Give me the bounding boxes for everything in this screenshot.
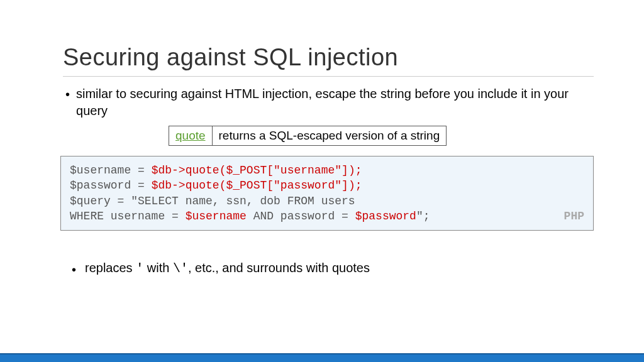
function-table: quote returns a SQL-escaped version of a… [169,126,447,146]
code-inline: ' [136,261,143,276]
footer-bar [0,353,644,362]
bullet-dot: • [65,85,70,103]
bullet-dot: • [72,261,76,278]
text-fragment: replaces [85,261,136,275]
code-text: $password = [70,179,152,192]
code-text: $db->quote($_POST["username"]); [152,164,362,177]
code-text: $query = "SELECT name, ssn, dob FROM use… [70,195,355,207]
bullet-text: similar to securing against HTML injecti… [76,85,594,119]
slide: Securing against SQL injection • similar… [0,0,644,278]
code-text: "; [416,210,430,222]
code-text: AND password = [247,210,355,222]
code-lang-badge: PHP [564,209,584,224]
code-text: $username [186,210,247,222]
title-divider [63,76,594,77]
code-text: WHERE username = [70,210,186,222]
bullet-text: replaces ' with \', etc., and surrounds … [85,261,370,276]
bullet-item: • similar to securing against HTML injec… [63,85,594,119]
slide-title: Securing against SQL injection [63,44,594,71]
func-desc-cell: returns a SQL-escaped version of a strin… [212,126,447,146]
table-row: quote returns a SQL-escaped version of a… [169,126,447,146]
function-table-wrap: quote returns a SQL-escaped version of a… [169,126,594,146]
code-text: $password [355,210,416,222]
code-text: $username = [70,164,152,177]
code-block: $username = $db->quote($_POST["username"… [60,156,594,231]
code-text: $db->quote($_POST["password"]); [152,179,362,192]
bullet-item: • replaces ' with \', etc., and surround… [69,261,594,278]
code-inline: \' [173,261,188,276]
func-name-cell: quote [169,126,213,146]
text-fragment: , etc., and surrounds with quotes [188,261,370,275]
text-fragment: with [143,261,173,275]
quote-link[interactable]: quote [175,129,206,142]
